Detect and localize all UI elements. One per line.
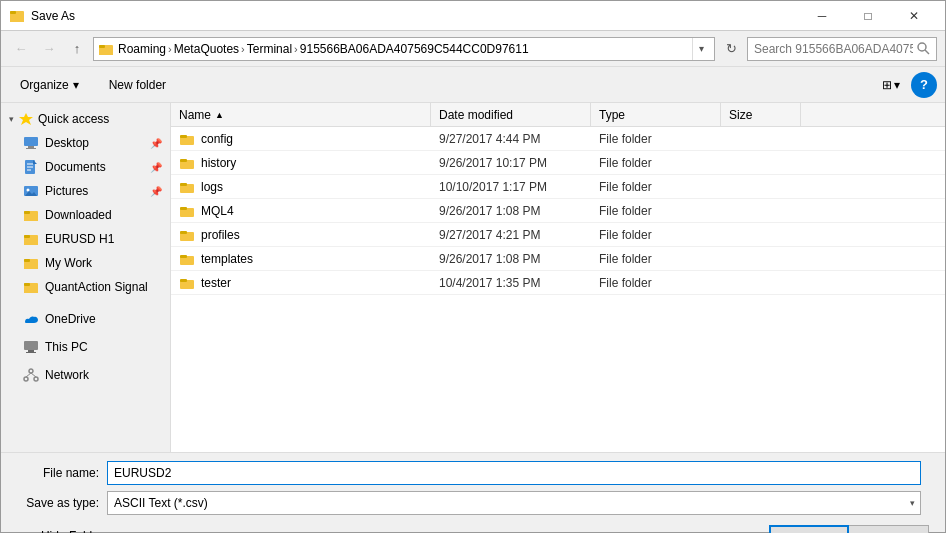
file-list-header: Name ▲ Date modified Type Size (171, 103, 945, 127)
sidebar-item-quantaction[interactable]: QuantAction Signal (1, 275, 170, 299)
breadcrumb-roaming[interactable]: Roaming (118, 42, 166, 56)
cell-date: 9/26/2017 1:08 PM (431, 247, 591, 270)
network-label: Network (45, 368, 89, 382)
bottom-bar: File name: Save as type: ASCII Text (*.c… (1, 452, 945, 532)
quantaction-label: QuantAction Signal (45, 280, 148, 294)
svg-rect-27 (24, 259, 30, 262)
table-row[interactable]: history 9/26/2017 10:17 PM File folder (171, 151, 945, 175)
svg-rect-2 (10, 11, 16, 14)
hide-folders-button[interactable]: ▲ Hide Folders (17, 525, 117, 533)
table-row[interactable]: templates 9/26/2017 1:08 PM File folder (171, 247, 945, 271)
sidebar-item-network[interactable]: Network (1, 363, 170, 387)
file-name: MQL4 (201, 204, 234, 218)
desktop-label: Desktop (45, 136, 89, 150)
svg-line-38 (31, 373, 36, 377)
breadcrumb: Roaming › MetaQuotes › Terminal › 915566… (118, 42, 688, 56)
cell-size (721, 175, 801, 198)
save-button[interactable]: Save ↗ (769, 525, 849, 533)
table-row[interactable]: logs 10/10/2017 1:17 PM File folder (171, 175, 945, 199)
svg-rect-33 (26, 352, 36, 353)
table-row[interactable]: config 9/27/2017 4:44 PM File folder (171, 127, 945, 151)
breadcrumb-terminal[interactable]: Terminal (247, 42, 292, 56)
svg-point-34 (29, 369, 33, 373)
col-header-type[interactable]: Type (591, 103, 721, 126)
breadcrumb-id[interactable]: 915566BA06ADA407569C544CC0D97611 (300, 42, 529, 56)
table-row[interactable]: profiles 9/27/2017 4:21 PM File folder (171, 223, 945, 247)
eurusd-icon (23, 231, 39, 247)
save-as-type-select[interactable]: ASCII Text (*.csv) (107, 491, 921, 515)
back-button[interactable]: ← (9, 37, 33, 61)
hide-folders-chevron-icon: ▲ (25, 529, 37, 533)
sidebar-section-quick-access[interactable]: ▾ Quick access (1, 107, 170, 131)
svg-rect-21 (24, 211, 30, 214)
folder-icon (179, 227, 195, 243)
cell-date: 10/4/2017 1:35 PM (431, 271, 591, 294)
file-name: history (201, 156, 236, 170)
col-header-date[interactable]: Date modified (431, 103, 591, 126)
sidebar-item-documents[interactable]: Documents 📌 (1, 155, 170, 179)
sidebar-item-eurusd[interactable]: EURUSD H1 (1, 227, 170, 251)
svg-rect-48 (180, 231, 187, 234)
col-header-size[interactable]: Size (721, 103, 801, 126)
sidebar-item-pictures[interactable]: Pictures 📌 (1, 179, 170, 203)
bottom-buttons: Save ↗ Cancel (769, 525, 929, 533)
breadcrumb-metaquotes[interactable]: MetaQuotes (174, 42, 239, 56)
svg-line-7 (925, 50, 929, 54)
sidebar-item-mywork[interactable]: My Work (1, 251, 170, 275)
cell-date: 10/10/2017 1:17 PM (431, 175, 591, 198)
folder-icon (179, 203, 195, 219)
view-button[interactable]: ⊞ ▾ (875, 72, 907, 98)
help-button[interactable]: ? (911, 72, 937, 98)
col-header-name[interactable]: Name ▲ (171, 103, 431, 126)
folder-icon (179, 275, 195, 291)
forward-button[interactable]: → (37, 37, 61, 61)
downloaded-label: Downloaded (45, 208, 112, 222)
cell-size (721, 151, 801, 174)
sidebar-item-desktop[interactable]: Desktop 📌 (1, 131, 170, 155)
pictures-label: Pictures (45, 184, 88, 198)
address-dropdown-arrow[interactable]: ▾ (692, 37, 710, 61)
close-button[interactable]: ✕ (891, 1, 937, 31)
cancel-button[interactable]: Cancel (849, 525, 929, 533)
svg-rect-23 (24, 237, 38, 245)
cell-size (721, 247, 801, 270)
minimize-button[interactable]: ─ (799, 1, 845, 31)
svg-rect-42 (180, 159, 187, 162)
sidebar-item-downloaded[interactable]: Downloaded (1, 203, 170, 227)
view-icon: ⊞ (882, 78, 892, 92)
search-box[interactable] (747, 37, 937, 61)
sidebar: ▾ Quick access Desktop 📌 (1, 103, 171, 452)
file-rows-container: config 9/27/2017 4:44 PM File folder his… (171, 127, 945, 295)
refresh-button[interactable]: ↻ (719, 37, 743, 61)
quick-access-chevron-icon: ▾ (9, 114, 14, 124)
maximize-button[interactable]: □ (845, 1, 891, 31)
search-input[interactable] (754, 42, 913, 56)
downloaded-icon (23, 207, 39, 223)
hide-folders-label: Hide Folders (41, 529, 109, 533)
cell-size (721, 271, 801, 294)
desktop-pin-icon: 📌 (150, 138, 162, 149)
new-folder-button[interactable]: New folder (98, 72, 177, 98)
quantaction-icon (23, 279, 39, 295)
bottom-section: ▲ Hide Folders Save ↗ Cancel (17, 521, 929, 533)
svg-rect-10 (28, 146, 34, 148)
new-folder-label: New folder (109, 78, 166, 92)
file-list: Name ▲ Date modified Type Size config (171, 103, 945, 452)
file-name: logs (201, 180, 223, 194)
file-name-input[interactable] (107, 461, 921, 485)
cell-name: tester (171, 271, 431, 294)
cell-date: 9/27/2017 4:21 PM (431, 223, 591, 246)
up-button[interactable]: ↑ (65, 37, 89, 61)
address-bar[interactable]: Roaming › MetaQuotes › Terminal › 915566… (93, 37, 715, 61)
table-row[interactable]: MQL4 9/26/2017 1:08 PM File folder (171, 199, 945, 223)
table-row[interactable]: tester 10/4/2017 1:35 PM File folder (171, 271, 945, 295)
sidebar-item-thispc[interactable]: This PC (1, 335, 170, 359)
filename-row: File name: (17, 461, 929, 485)
svg-rect-44 (180, 183, 187, 186)
svg-rect-1 (10, 13, 24, 22)
sort-arrow-icon: ▲ (215, 110, 224, 120)
sidebar-item-onedrive[interactable]: OneDrive (1, 307, 170, 331)
navigation-toolbar: ← → ↑ Roaming › MetaQuotes › Terminal › … (1, 31, 945, 67)
organize-button[interactable]: Organize ▾ (9, 72, 90, 98)
desktop-icon (23, 135, 39, 151)
